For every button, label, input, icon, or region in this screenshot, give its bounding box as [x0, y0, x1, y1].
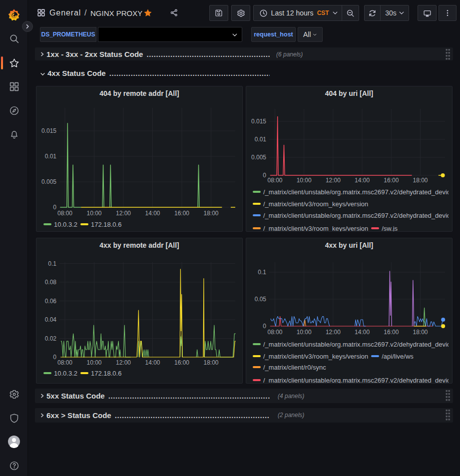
svg-text:0: 0 [53, 354, 56, 361]
svg-text:08:00: 08:00 [267, 329, 282, 336]
svg-text:14:00: 14:00 [355, 177, 370, 184]
svg-text:16:00: 16:00 [174, 210, 189, 217]
svg-text:0.015: 0.015 [41, 127, 56, 134]
svg-text:18:00: 18:00 [203, 359, 218, 366]
svg-text:18:00: 18:00 [413, 177, 428, 184]
svg-text:12:00: 12:00 [326, 329, 341, 336]
svg-text:08:00: 08:00 [57, 210, 72, 217]
svg-text:08:00: 08:00 [267, 177, 282, 184]
svg-text:0: 0 [53, 204, 56, 211]
svg-text:14:00: 14:00 [145, 359, 160, 366]
svg-text:0.005: 0.005 [251, 154, 266, 161]
svg-text:0.02: 0.02 [45, 335, 57, 342]
svg-text:0: 0 [263, 172, 266, 179]
svg-text:16:00: 16:00 [174, 359, 189, 366]
svg-text:12:00: 12:00 [116, 359, 131, 366]
svg-text:18:00: 18:00 [413, 329, 428, 336]
svg-text:16:00: 16:00 [384, 329, 399, 336]
svg-text:0: 0 [263, 323, 266, 330]
svg-text:10:00: 10:00 [86, 359, 101, 366]
svg-text:0.08: 0.08 [45, 279, 57, 286]
svg-text:10:00: 10:00 [86, 210, 101, 217]
svg-text:0.06: 0.06 [45, 298, 57, 305]
svg-text:0.01: 0.01 [45, 153, 57, 160]
svg-text:08:00: 08:00 [57, 359, 72, 366]
svg-text:12:00: 12:00 [326, 177, 341, 184]
svg-text:10:00: 10:00 [297, 177, 312, 184]
svg-text:0.05: 0.05 [255, 296, 267, 303]
svg-text:14:00: 14:00 [355, 329, 370, 336]
svg-text:18:00: 18:00 [203, 210, 218, 217]
svg-text:0.1: 0.1 [48, 260, 56, 267]
svg-text:0.01: 0.01 [255, 136, 267, 143]
svg-text:0.005: 0.005 [41, 178, 56, 185]
svg-text:14:00: 14:00 [145, 210, 160, 217]
svg-text:0.015: 0.015 [251, 118, 266, 125]
svg-text:0.04: 0.04 [45, 316, 57, 323]
svg-text:12:00: 12:00 [116, 210, 131, 217]
svg-text:0.1: 0.1 [258, 269, 266, 276]
svg-text:16:00: 16:00 [384, 177, 399, 184]
svg-text:10:00: 10:00 [297, 329, 312, 336]
